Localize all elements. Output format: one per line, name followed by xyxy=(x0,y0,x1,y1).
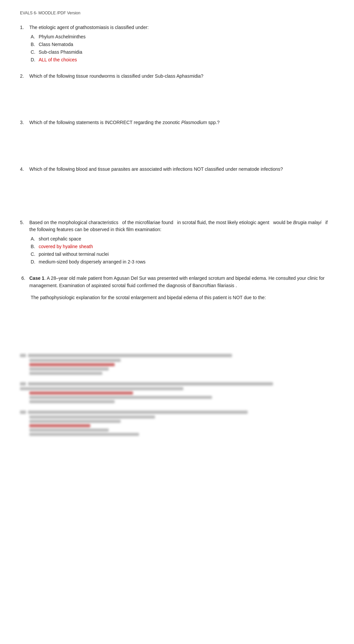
header-title: EVALS 6- MOODLE /PDF Version xyxy=(20,11,80,15)
question-5: 5. Based on the morphological characteri… xyxy=(20,219,334,265)
case-label: Case 1 xyxy=(29,275,44,281)
q1-text: The etiologic agent of gnathostomiasis i… xyxy=(29,24,149,31)
q2-answer-space xyxy=(20,80,334,110)
q1-number: 1. xyxy=(20,24,28,31)
q1-choice-a: A. Phylum Aschelminthes xyxy=(31,33,334,40)
q3-italic: Plasmodium xyxy=(181,120,207,125)
question-2: 2. Which of the following tissue roundwo… xyxy=(20,73,334,110)
q5-choice-b: B. covered by hyaline sheath xyxy=(31,243,334,250)
blurred-questions-section xyxy=(20,354,334,436)
q5-choice-d: D. medium-sized body dispersely arranged… xyxy=(31,258,334,265)
q1-choice-c: C. Sub-class Phasmidia xyxy=(31,49,334,56)
q3-text: Which of the following statements is INC… xyxy=(29,119,220,126)
blurred-q8 xyxy=(20,382,334,403)
q2-number: 2. xyxy=(20,73,28,80)
q1-choices: A. Phylum Aschelminthes B. Class Nematod… xyxy=(31,33,334,63)
q4-number: 4. xyxy=(20,166,28,173)
question-4: 4. Which of the following blood and tiss… xyxy=(20,166,334,210)
page-header: EVALS 6- MOODLE /PDF Version xyxy=(20,10,334,16)
q2-text: Which of the following tissue roundworms… xyxy=(29,73,203,80)
q5-choice-a: A. short cephalic space xyxy=(31,235,334,242)
q5-italic: Brugia malayi xyxy=(293,220,321,225)
case-body: . A 28–year old male patient from Agusan… xyxy=(29,275,325,288)
blurred-q7 xyxy=(20,354,334,375)
q6-number: 6. xyxy=(20,275,28,289)
q6-sub-text: The pathophysiologic explanation for the… xyxy=(31,295,266,300)
q5-choices: A. short cephalic space B. covered by hy… xyxy=(31,235,334,265)
q1-choice-d: D. ALL of the choices xyxy=(31,56,334,63)
q3-answer-space xyxy=(20,126,334,156)
q5-text: Based on the morphological characteristi… xyxy=(29,219,334,233)
q3-number: 3. xyxy=(20,119,28,126)
q6-sub-question-block: The pathophysiologic explanation for the… xyxy=(31,294,334,301)
question-3: 3. Which of the following statements is … xyxy=(20,119,334,156)
question-1: 1. The etiologic agent of gnathostomiasi… xyxy=(20,24,334,63)
blurred-q9 xyxy=(20,411,334,436)
q6-answer-space xyxy=(20,301,334,345)
question-6: 6. Case 1. A 28–year old male patient fr… xyxy=(20,275,334,345)
q5-number: 5. xyxy=(20,219,28,233)
q1-choice-b: B. Class Nematoda xyxy=(31,41,334,48)
q4-text: Which of the following blood and tissue … xyxy=(29,166,283,173)
q5-choice-c: C. pointed tail without terminal nuclei xyxy=(31,251,334,258)
questions-container: 1. The etiologic agent of gnathostomiasi… xyxy=(20,24,334,436)
q6-text: Case 1. A 28–year old male patient from … xyxy=(29,275,334,289)
q4-answer-space xyxy=(20,173,334,210)
